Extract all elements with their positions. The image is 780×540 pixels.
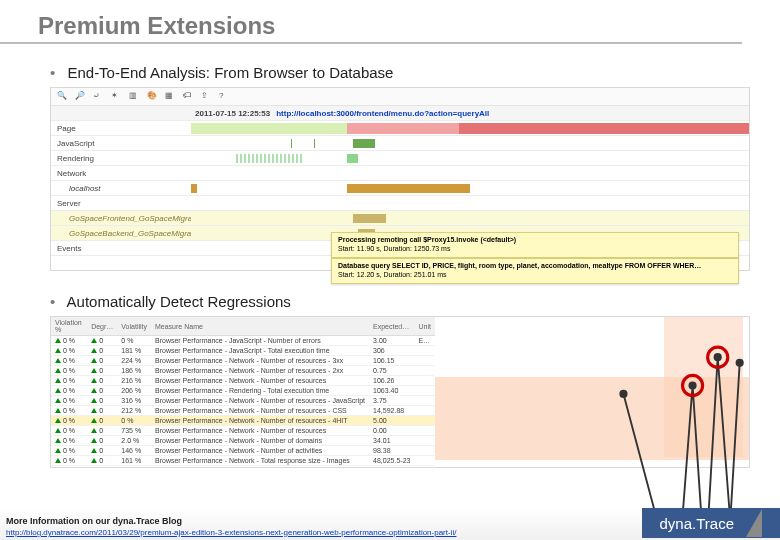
cell: 0 xyxy=(87,406,117,416)
cell: 212 % xyxy=(117,406,151,416)
reg-col[interactable]: Expected… xyxy=(369,317,414,336)
cell: 181 % xyxy=(117,346,151,356)
timeline-timestamp: 2011-07-15 12:25:53 xyxy=(195,109,270,118)
trend-up-icon xyxy=(91,348,97,353)
footer-link[interactable]: http://blog.dynatrace.com/2011/03/29/pre… xyxy=(6,528,456,537)
table-row[interactable]: 0 %00 %Browser Performance - JavaScript … xyxy=(51,336,435,346)
cell xyxy=(414,416,434,426)
cell: 0 xyxy=(87,466,117,468)
footer: More Information on our dyna.Trace Blog … xyxy=(0,508,780,540)
reg-col[interactable]: Unit xyxy=(414,317,434,336)
cell: 0 % xyxy=(51,386,87,396)
timeline-header-row: 2011-07-15 12:25:53 http://localhost:300… xyxy=(51,106,749,121)
cell: 0 % xyxy=(117,336,151,346)
cell: 3.75 xyxy=(369,396,414,406)
table-row[interactable]: 0 %0316 %Browser Performance - Network -… xyxy=(51,396,435,406)
reg-col[interactable]: Volatility xyxy=(117,317,151,336)
table-row[interactable]: 0 %0735 %Browser Performance - Network -… xyxy=(51,426,435,436)
footer-caption: More Information on our dyna.Trace Blog xyxy=(6,516,456,527)
regression-chart: 10:1010:2010:3010:4010:4510:5010:5511:05… xyxy=(435,317,749,467)
cell xyxy=(414,456,434,466)
cell xyxy=(414,356,434,366)
trend-up-icon xyxy=(55,448,61,453)
row-render-label: Rendering xyxy=(51,154,191,163)
export-icon[interactable]: ⇪ xyxy=(201,91,213,103)
trend-up-icon xyxy=(55,378,61,383)
cell: 0 % xyxy=(51,456,87,466)
row-events-label: Events xyxy=(51,244,191,253)
cell: 0 % xyxy=(51,356,87,366)
help-icon[interactable]: ? xyxy=(219,91,231,103)
cell: 0 xyxy=(87,336,117,346)
reset-zoom-icon[interactable]: ⤾ xyxy=(93,91,105,103)
row-localhost-label: localhost xyxy=(51,184,191,193)
table-row[interactable]: 0 %0212 %Browser Performance - Network -… xyxy=(51,406,435,416)
callout-remoting-sub: Start: 11.90 s, Duration: 1250.73 ms xyxy=(338,245,450,252)
row-srv1: GoSpaceFrontend_GoSpaceMigrationA xyxy=(51,211,749,226)
row-js-label: JavaScript xyxy=(51,139,191,148)
palette-icon[interactable]: 🎨 xyxy=(147,91,159,103)
cell: 0 xyxy=(87,376,117,386)
zoom-in-icon[interactable]: 🔍 xyxy=(57,91,69,103)
timeline-panel: 🔍 🔎 ⤾ ✶ ▥ 🎨 ▦ 🏷 ⇪ ? 2011-07-15 12:25:53 … xyxy=(50,87,750,271)
trend-up-icon xyxy=(91,378,97,383)
brand-text: dyna.Trace xyxy=(660,515,734,532)
table-row[interactable]: 0 %0206 %Browser Performance - Rendering… xyxy=(51,386,435,396)
regression-table: Violation %Degr…VolatilityMeasure NameEx… xyxy=(51,317,435,467)
row-js: JavaScript xyxy=(51,136,749,151)
cell: Browser Performance - Network - Number o… xyxy=(151,446,369,456)
trend-up-icon xyxy=(55,408,61,413)
cell: Browser Performance - Network - Number o… xyxy=(151,376,369,386)
cell: 2.0 % xyxy=(117,436,151,446)
regression-panel: Violation %Degr…VolatilityMeasure NameEx… xyxy=(50,316,750,468)
cell: 735 % xyxy=(117,426,151,436)
cell: 48,025.5-23 xyxy=(369,456,414,466)
cell xyxy=(414,446,434,456)
cell: 5.00 xyxy=(369,416,414,426)
reg-col[interactable]: Violation % xyxy=(51,317,87,336)
column-icon[interactable]: ▥ xyxy=(129,91,141,103)
cell: 0 xyxy=(87,416,117,426)
table-row[interactable]: 0 %02.0 %Browser Performance - Network -… xyxy=(51,436,435,446)
timeline-url[interactable]: http://localhost:3000/frontend/menu.do?a… xyxy=(276,109,489,118)
cell: 0 xyxy=(87,386,117,396)
row-server: Server xyxy=(51,196,749,211)
table-row[interactable]: 0 %0146 %Browser Performance - Network -… xyxy=(51,446,435,456)
timeline-body: 2011-07-15 12:25:53 http://localhost:300… xyxy=(51,106,749,270)
table-row[interactable]: 0 %0224 %Browser Performance - Network -… xyxy=(51,356,435,366)
cell: 0 % xyxy=(51,366,87,376)
cell: 106.26 xyxy=(369,376,414,386)
cell: 0 % xyxy=(51,416,87,426)
table-row[interactable]: 0 %0186 %Browser Performance - Network -… xyxy=(51,366,435,376)
table-row[interactable]: 0 %0181 %Browser Performance - JavaScrip… xyxy=(51,346,435,356)
row-srv2-label: GoSpaceBackend_GoSpaceMigrationA xyxy=(51,229,191,238)
cell: 0 xyxy=(87,366,117,376)
row-page: Page xyxy=(51,121,749,136)
callout-remoting: Processing remoting call $Proxy15.invoke… xyxy=(331,232,739,258)
cell: Browser Performance - Network - Number o… xyxy=(151,406,369,416)
row-localhost: localhost xyxy=(51,181,749,196)
cell: Browser Performance - JavaScript - Total… xyxy=(151,346,369,356)
table-row[interactable]: 0 %0161 %Browser Performance - Network -… xyxy=(51,456,435,466)
cell: 0 xyxy=(87,346,117,356)
cell: 0 xyxy=(87,396,117,406)
row-network: Network xyxy=(51,166,749,181)
reg-col[interactable]: Degr… xyxy=(87,317,117,336)
filter-icon[interactable]: ▦ xyxy=(165,91,177,103)
cell: 216 % xyxy=(117,376,151,386)
callout-db-sub: Start: 12.20 s, Duration: 251.01 ms xyxy=(338,271,447,278)
table-row[interactable]: 0 %00 %Browser Performance - Network - N… xyxy=(51,416,435,426)
cell: 0 xyxy=(87,446,117,456)
reg-col[interactable]: Measure Name xyxy=(151,317,369,336)
cell: 0 % xyxy=(51,396,87,406)
cell: 186 % xyxy=(117,366,151,376)
table-row[interactable]: 0 %0117 %Browser Performance - Network -… xyxy=(51,466,435,468)
trend-up-icon xyxy=(55,428,61,433)
settings-icon[interactable]: ✶ xyxy=(111,91,123,103)
zoom-out-icon[interactable]: 🔎 xyxy=(75,91,87,103)
table-row[interactable]: 0 %0216 %Browser Performance - Network -… xyxy=(51,376,435,386)
row-render: Rendering xyxy=(51,151,749,166)
trend-up-icon xyxy=(55,458,61,463)
trend-up-icon xyxy=(91,398,97,403)
tag-icon[interactable]: 🏷 xyxy=(183,91,195,103)
